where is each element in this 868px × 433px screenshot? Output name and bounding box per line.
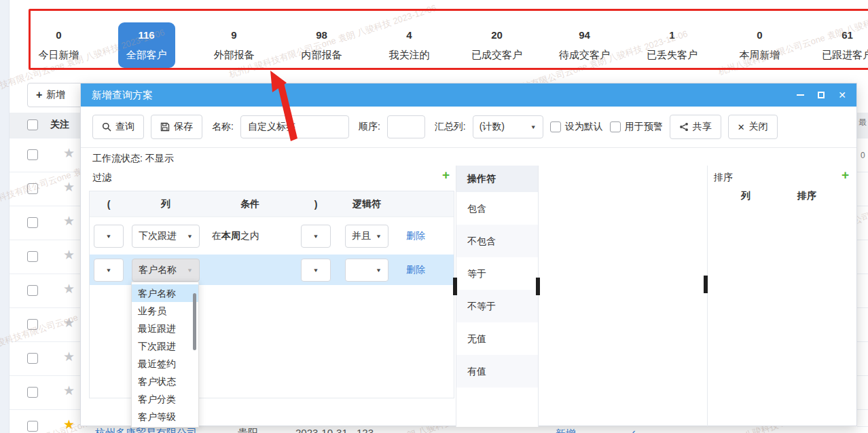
plus-icon: + xyxy=(36,90,42,100)
dropdown-option[interactable]: 最近签约 xyxy=(132,355,198,373)
follow-star-icon[interactable]: ★ xyxy=(63,181,75,194)
select-all-checkbox[interactable] xyxy=(27,119,38,130)
dropdown-option[interactable]: 客户分类 xyxy=(132,390,198,408)
logic-select[interactable]: 并且▼ xyxy=(345,225,388,248)
checkbox-icon xyxy=(610,121,621,132)
customer-region-cell: 贵阳 xyxy=(238,427,258,433)
operator-option[interactable]: 不包含 xyxy=(456,225,538,257)
stat-label: 本周新增 xyxy=(740,50,780,60)
order-input[interactable] xyxy=(387,115,425,138)
query-button-label: 查询 xyxy=(115,121,134,133)
row-checkbox[interactable] xyxy=(27,149,38,160)
row-checkbox[interactable] xyxy=(27,217,38,228)
row-checkbox[interactable] xyxy=(27,421,38,432)
condition-text: 在本周之内 xyxy=(204,230,296,242)
row-checkbox[interactable] xyxy=(27,251,38,262)
close-button[interactable]: ✕ 关闭 xyxy=(728,115,778,139)
stat-value: 98 xyxy=(302,30,342,41)
add-sort-row-icon[interactable]: + xyxy=(842,169,849,181)
dropdown-option[interactable]: 客户状态 xyxy=(132,373,198,390)
query-button[interactable]: 查询 xyxy=(92,115,144,139)
set-default-checkbox[interactable]: 设为默认 xyxy=(550,121,603,133)
save-button[interactable]: 保存 xyxy=(151,115,202,139)
customer-company-link[interactable]: 杭州多康贸易有限公司 xyxy=(95,427,197,433)
close-paren-select[interactable]: ▼ xyxy=(301,225,331,248)
filter-section-title: 过滤 xyxy=(92,172,111,184)
splitter-handle[interactable] xyxy=(704,276,708,293)
dropdown-option[interactable]: 业务员 xyxy=(132,302,198,320)
name-input[interactable] xyxy=(240,115,349,138)
operator-panel: 操作符 包含 不包含 等于 不等于 无值 有值 xyxy=(456,166,539,427)
open-paren-select[interactable]: ▼ xyxy=(94,225,124,248)
maximize-icon[interactable] xyxy=(816,90,826,100)
splitter-handle[interactable] xyxy=(453,278,457,295)
stat-tab-internal-report[interactable]: 98内部报备 xyxy=(278,0,365,76)
stat-label: 今日新增 xyxy=(39,50,79,60)
minimize-icon[interactable] xyxy=(795,90,805,100)
stat-tab-pending-customers[interactable]: 94待成交客户 xyxy=(541,0,628,76)
dropdown-option[interactable]: 最近跟进 xyxy=(132,320,198,337)
chevron-down-icon: ▼ xyxy=(313,267,319,273)
stat-tab-followed-up[interactable]: 61已跟进客户 xyxy=(803,0,868,76)
stat-tab-all-customers[interactable]: 116全部客户 xyxy=(103,0,190,76)
stat-label: 待成交客户 xyxy=(559,50,610,60)
row-checkbox[interactable] xyxy=(27,285,38,296)
stat-tab-my-followed[interactable]: 4我关注的 xyxy=(365,0,453,76)
dropdown-option[interactable]: 下次跟进 xyxy=(132,337,198,355)
row-checkbox[interactable] xyxy=(27,319,38,330)
operator-option[interactable]: 不等于 xyxy=(456,290,538,322)
dropdown-option[interactable]: 客户名称 xyxy=(132,284,198,302)
stat-tab-closed-customers[interactable]: 20已成交客户 xyxy=(453,0,541,76)
delete-row-link[interactable]: 删除 xyxy=(406,264,425,276)
logic-select[interactable]: ▼ xyxy=(345,259,388,282)
dialog-titlebar[interactable]: 新增查询方案 ✕ xyxy=(81,83,856,107)
follow-star-icon[interactable]: ★ xyxy=(63,384,75,398)
add-filter-row-icon[interactable]: + xyxy=(442,169,450,181)
stat-value: 116 xyxy=(126,30,167,41)
row-checkbox[interactable] xyxy=(27,183,38,194)
stat-tab-today-new[interactable]: 0今日新增 xyxy=(15,0,103,76)
share-button[interactable]: 共享 xyxy=(670,115,721,139)
open-paren-select[interactable]: ▼ xyxy=(94,259,124,282)
follow-star-icon[interactable]: ★ xyxy=(63,147,75,160)
delete-row-link[interactable]: 删除 xyxy=(406,230,425,242)
row-action-mark-icon[interactable]: ✓ xyxy=(628,428,637,433)
summary-col-select[interactable]: (计数) ▼ xyxy=(473,115,543,138)
stat-tab-week-new[interactable]: 0本周新增 xyxy=(716,0,803,76)
operator-option[interactable]: 等于 xyxy=(456,257,538,290)
stat-value: 0 xyxy=(39,30,79,41)
row-checkbox[interactable] xyxy=(27,387,38,398)
for-alert-checkbox[interactable]: 用于预警 xyxy=(610,121,663,133)
operator-option[interactable]: 包含 xyxy=(456,192,538,225)
splitter-handle[interactable] xyxy=(536,278,540,295)
follow-star-icon-active[interactable]: ★ xyxy=(63,418,75,432)
stat-value: 9 xyxy=(214,30,255,41)
column-select-open[interactable]: 客户名称▼ xyxy=(132,259,200,282)
follow-star-icon[interactable]: ★ xyxy=(63,350,75,364)
operator-option[interactable]: 无值 xyxy=(456,322,538,355)
follow-star-icon[interactable]: ★ xyxy=(63,214,75,228)
clipped-cell-text: 0 xyxy=(861,151,865,160)
customer-date-cell: 2023-10-31 xyxy=(295,427,348,433)
stat-value: 1 xyxy=(647,30,698,41)
clipped-column-text: 最 xyxy=(858,117,867,128)
for-alert-label: 用于预警 xyxy=(625,121,663,133)
chevron-down-icon: ▼ xyxy=(106,267,112,273)
stat-value: 0 xyxy=(740,30,780,41)
row-action-new-link[interactable]: 新增 xyxy=(556,428,576,433)
follow-star-icon[interactable]: ★ xyxy=(63,248,75,262)
dropdown-scrollbar[interactable] xyxy=(193,293,196,350)
close-paren-select[interactable]: ▼ xyxy=(301,259,331,282)
close-icon[interactable]: ✕ xyxy=(837,90,847,100)
row-checkbox[interactable] xyxy=(27,353,38,364)
dropdown-option[interactable]: 客户等级 xyxy=(132,408,198,426)
add-customer-button[interactable]: + 新增 xyxy=(27,83,88,107)
follow-star-icon[interactable]: ★ xyxy=(63,316,75,330)
stat-tab-external-report[interactable]: 9外部报备 xyxy=(190,0,278,76)
table-row: ★ xyxy=(10,375,80,409)
stat-tab-lost-customers[interactable]: 1已丢失客户 xyxy=(628,0,716,76)
column-select[interactable]: 下次跟进▼ xyxy=(132,225,200,248)
operator-option[interactable]: 有值 xyxy=(456,355,538,388)
save-button-label: 保存 xyxy=(174,121,193,133)
follow-star-icon[interactable]: ★ xyxy=(63,282,75,296)
